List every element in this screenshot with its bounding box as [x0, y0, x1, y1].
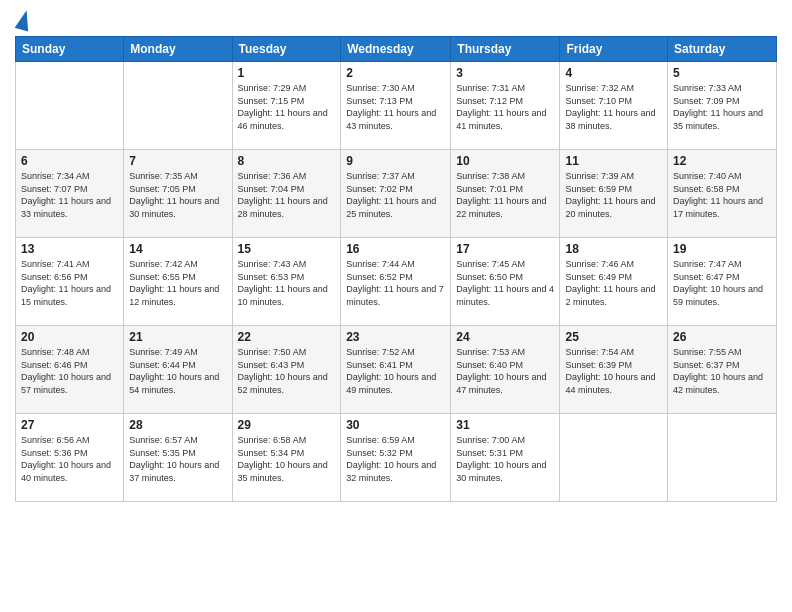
calendar-cell: 6Sunrise: 7:34 AM Sunset: 7:07 PM Daylig…	[16, 150, 124, 238]
week-row-1: 6Sunrise: 7:34 AM Sunset: 7:07 PM Daylig…	[16, 150, 777, 238]
day-info: Sunrise: 7:47 AM Sunset: 6:47 PM Dayligh…	[673, 258, 771, 308]
calendar-cell: 22Sunrise: 7:50 AM Sunset: 6:43 PM Dayli…	[232, 326, 341, 414]
day-info: Sunrise: 7:36 AM Sunset: 7:04 PM Dayligh…	[238, 170, 336, 220]
calendar-cell: 10Sunrise: 7:38 AM Sunset: 7:01 PM Dayli…	[451, 150, 560, 238]
calendar-cell: 25Sunrise: 7:54 AM Sunset: 6:39 PM Dayli…	[560, 326, 668, 414]
day-number: 21	[129, 330, 226, 344]
header	[15, 10, 777, 30]
calendar-cell: 5Sunrise: 7:33 AM Sunset: 7:09 PM Daylig…	[668, 62, 777, 150]
day-number: 11	[565, 154, 662, 168]
day-info: Sunrise: 7:54 AM Sunset: 6:39 PM Dayligh…	[565, 346, 662, 396]
weekday-header-thursday: Thursday	[451, 37, 560, 62]
day-info: Sunrise: 7:41 AM Sunset: 6:56 PM Dayligh…	[21, 258, 118, 308]
day-number: 28	[129, 418, 226, 432]
week-row-2: 13Sunrise: 7:41 AM Sunset: 6:56 PM Dayli…	[16, 238, 777, 326]
calendar: SundayMondayTuesdayWednesdayThursdayFrid…	[15, 36, 777, 502]
day-number: 12	[673, 154, 771, 168]
day-number: 17	[456, 242, 554, 256]
calendar-cell	[124, 62, 232, 150]
day-info: Sunrise: 7:33 AM Sunset: 7:09 PM Dayligh…	[673, 82, 771, 132]
day-number: 31	[456, 418, 554, 432]
calendar-cell: 21Sunrise: 7:49 AM Sunset: 6:44 PM Dayli…	[124, 326, 232, 414]
calendar-cell: 1Sunrise: 7:29 AM Sunset: 7:15 PM Daylig…	[232, 62, 341, 150]
day-number: 23	[346, 330, 445, 344]
day-number: 29	[238, 418, 336, 432]
calendar-cell: 16Sunrise: 7:44 AM Sunset: 6:52 PM Dayli…	[341, 238, 451, 326]
day-info: Sunrise: 7:55 AM Sunset: 6:37 PM Dayligh…	[673, 346, 771, 396]
day-info: Sunrise: 6:56 AM Sunset: 5:36 PM Dayligh…	[21, 434, 118, 484]
day-info: Sunrise: 7:32 AM Sunset: 7:10 PM Dayligh…	[565, 82, 662, 132]
day-number: 9	[346, 154, 445, 168]
day-number: 4	[565, 66, 662, 80]
day-info: Sunrise: 7:40 AM Sunset: 6:58 PM Dayligh…	[673, 170, 771, 220]
week-row-4: 27Sunrise: 6:56 AM Sunset: 5:36 PM Dayli…	[16, 414, 777, 502]
day-number: 5	[673, 66, 771, 80]
calendar-cell: 30Sunrise: 6:59 AM Sunset: 5:32 PM Dayli…	[341, 414, 451, 502]
calendar-cell: 2Sunrise: 7:30 AM Sunset: 7:13 PM Daylig…	[341, 62, 451, 150]
day-number: 16	[346, 242, 445, 256]
calendar-cell: 20Sunrise: 7:48 AM Sunset: 6:46 PM Dayli…	[16, 326, 124, 414]
day-info: Sunrise: 7:46 AM Sunset: 6:49 PM Dayligh…	[565, 258, 662, 308]
weekday-header-monday: Monday	[124, 37, 232, 62]
calendar-cell	[16, 62, 124, 150]
day-number: 2	[346, 66, 445, 80]
calendar-cell: 13Sunrise: 7:41 AM Sunset: 6:56 PM Dayli…	[16, 238, 124, 326]
week-row-0: 1Sunrise: 7:29 AM Sunset: 7:15 PM Daylig…	[16, 62, 777, 150]
calendar-cell: 28Sunrise: 6:57 AM Sunset: 5:35 PM Dayli…	[124, 414, 232, 502]
weekday-header-saturday: Saturday	[668, 37, 777, 62]
day-number: 26	[673, 330, 771, 344]
day-number: 22	[238, 330, 336, 344]
day-number: 6	[21, 154, 118, 168]
day-number: 1	[238, 66, 336, 80]
calendar-cell: 11Sunrise: 7:39 AM Sunset: 6:59 PM Dayli…	[560, 150, 668, 238]
day-info: Sunrise: 7:53 AM Sunset: 6:40 PM Dayligh…	[456, 346, 554, 396]
page: SundayMondayTuesdayWednesdayThursdayFrid…	[0, 0, 792, 612]
calendar-cell: 15Sunrise: 7:43 AM Sunset: 6:53 PM Dayli…	[232, 238, 341, 326]
calendar-cell: 31Sunrise: 7:00 AM Sunset: 5:31 PM Dayli…	[451, 414, 560, 502]
day-info: Sunrise: 7:44 AM Sunset: 6:52 PM Dayligh…	[346, 258, 445, 308]
calendar-cell: 23Sunrise: 7:52 AM Sunset: 6:41 PM Dayli…	[341, 326, 451, 414]
day-number: 14	[129, 242, 226, 256]
calendar-cell: 19Sunrise: 7:47 AM Sunset: 6:47 PM Dayli…	[668, 238, 777, 326]
weekday-header-tuesday: Tuesday	[232, 37, 341, 62]
day-info: Sunrise: 7:37 AM Sunset: 7:02 PM Dayligh…	[346, 170, 445, 220]
calendar-cell: 27Sunrise: 6:56 AM Sunset: 5:36 PM Dayli…	[16, 414, 124, 502]
calendar-cell: 17Sunrise: 7:45 AM Sunset: 6:50 PM Dayli…	[451, 238, 560, 326]
day-info: Sunrise: 7:42 AM Sunset: 6:55 PM Dayligh…	[129, 258, 226, 308]
day-info: Sunrise: 6:57 AM Sunset: 5:35 PM Dayligh…	[129, 434, 226, 484]
calendar-cell	[560, 414, 668, 502]
calendar-cell: 18Sunrise: 7:46 AM Sunset: 6:49 PM Dayli…	[560, 238, 668, 326]
calendar-cell: 29Sunrise: 6:58 AM Sunset: 5:34 PM Dayli…	[232, 414, 341, 502]
day-number: 8	[238, 154, 336, 168]
weekday-header-friday: Friday	[560, 37, 668, 62]
weekday-header-wednesday: Wednesday	[341, 37, 451, 62]
week-row-3: 20Sunrise: 7:48 AM Sunset: 6:46 PM Dayli…	[16, 326, 777, 414]
day-info: Sunrise: 7:43 AM Sunset: 6:53 PM Dayligh…	[238, 258, 336, 308]
day-info: Sunrise: 7:35 AM Sunset: 7:05 PM Dayligh…	[129, 170, 226, 220]
day-number: 30	[346, 418, 445, 432]
calendar-cell: 14Sunrise: 7:42 AM Sunset: 6:55 PM Dayli…	[124, 238, 232, 326]
calendar-cell: 3Sunrise: 7:31 AM Sunset: 7:12 PM Daylig…	[451, 62, 560, 150]
day-number: 10	[456, 154, 554, 168]
day-info: Sunrise: 7:29 AM Sunset: 7:15 PM Dayligh…	[238, 82, 336, 132]
calendar-cell: 26Sunrise: 7:55 AM Sunset: 6:37 PM Dayli…	[668, 326, 777, 414]
calendar-cell: 24Sunrise: 7:53 AM Sunset: 6:40 PM Dayli…	[451, 326, 560, 414]
day-number: 13	[21, 242, 118, 256]
day-number: 25	[565, 330, 662, 344]
weekday-header-sunday: Sunday	[16, 37, 124, 62]
day-info: Sunrise: 7:38 AM Sunset: 7:01 PM Dayligh…	[456, 170, 554, 220]
calendar-cell: 4Sunrise: 7:32 AM Sunset: 7:10 PM Daylig…	[560, 62, 668, 150]
day-number: 7	[129, 154, 226, 168]
calendar-cell: 8Sunrise: 7:36 AM Sunset: 7:04 PM Daylig…	[232, 150, 341, 238]
calendar-cell: 9Sunrise: 7:37 AM Sunset: 7:02 PM Daylig…	[341, 150, 451, 238]
logo	[15, 10, 31, 30]
calendar-cell: 12Sunrise: 7:40 AM Sunset: 6:58 PM Dayli…	[668, 150, 777, 238]
day-info: Sunrise: 7:48 AM Sunset: 6:46 PM Dayligh…	[21, 346, 118, 396]
day-info: Sunrise: 7:34 AM Sunset: 7:07 PM Dayligh…	[21, 170, 118, 220]
day-number: 27	[21, 418, 118, 432]
day-info: Sunrise: 6:58 AM Sunset: 5:34 PM Dayligh…	[238, 434, 336, 484]
day-number: 20	[21, 330, 118, 344]
day-info: Sunrise: 7:39 AM Sunset: 6:59 PM Dayligh…	[565, 170, 662, 220]
day-number: 24	[456, 330, 554, 344]
day-info: Sunrise: 7:00 AM Sunset: 5:31 PM Dayligh…	[456, 434, 554, 484]
